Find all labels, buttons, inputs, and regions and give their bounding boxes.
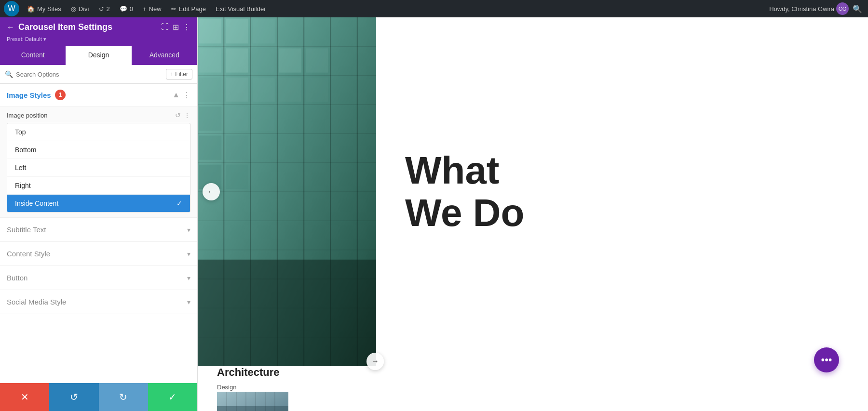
floating-menu-button[interactable]: ••• [814, 347, 839, 372]
sidebar-content: Image Styles 1 ▲ ⋮ Image position ↺ ⋮ [0, 84, 197, 411]
search-icon-sidebar: 🔍 [5, 70, 13, 78]
field-more-icon[interactable]: ⋮ [184, 111, 190, 119]
card-section: Architecture Design [198, 366, 868, 411]
svg-rect-34 [253, 106, 275, 131]
my-sites-menu[interactable]: 🏠 My Sites [23, 0, 65, 17]
search-bar: 🔍 + Filter [0, 65, 197, 84]
top-bar-right: Howdy, Christina Gwira CG 🔍 [769, 2, 864, 15]
svg-rect-32 [199, 106, 221, 131]
building-svg [198, 17, 376, 366]
grid-icon[interactable]: ⊞ [173, 23, 179, 32]
filter-button[interactable]: + Filter [166, 69, 192, 80]
hero-text: What We Do [376, 17, 868, 366]
svg-rect-25 [279, 48, 301, 72]
divi-menu[interactable]: ◎ Divi [67, 0, 93, 17]
social-media-chevron: ▾ [187, 298, 190, 306]
button-section[interactable]: Button ▾ [0, 266, 197, 290]
refresh-icon: ↺ [99, 5, 104, 13]
subtitle-text-label: Subtitle Text [7, 225, 46, 234]
option-inside-content[interactable]: Inside Content ✓ [7, 195, 190, 212]
svg-rect-30 [279, 78, 301, 102]
reset-button[interactable]: ↺ [49, 383, 98, 411]
social-media-label: Social Media Style [7, 298, 66, 306]
content-style-chevron: ▾ [187, 250, 190, 258]
svg-rect-27 [199, 78, 221, 102]
new-menu[interactable]: + New [139, 0, 165, 17]
svg-rect-33 [226, 106, 248, 131]
search-icon[interactable]: 🔍 [851, 2, 864, 15]
save-button[interactable]: ✓ [148, 383, 197, 411]
subtitle-text-chevron: ▾ [187, 226, 190, 234]
carousel-prev-button[interactable]: ← [203, 183, 220, 200]
redo-button[interactable]: ↻ [99, 383, 148, 411]
hero-image: ← [198, 17, 376, 366]
save-icon: ✓ [168, 391, 176, 403]
more-options-icon[interactable]: ⋮ [183, 23, 190, 32]
search-input[interactable] [16, 71, 163, 78]
home-icon: 🏠 [27, 5, 35, 13]
carousel-next-button[interactable]: → [366, 353, 384, 370]
svg-rect-41 [217, 406, 288, 411]
redo-icon: ↻ [119, 391, 127, 403]
svg-rect-36 [226, 135, 248, 159]
svg-rect-31 [306, 78, 328, 102]
social-media-section[interactable]: Social Media Style ▾ [0, 290, 197, 314]
button-label: Button [7, 274, 27, 282]
preset-selector[interactable]: Preset: Default ▾ [7, 35, 190, 46]
divi-icon: ◎ [71, 5, 76, 13]
option-bottom[interactable]: Bottom [7, 141, 190, 159]
architecture-card: Architecture Design [217, 366, 294, 411]
exit-visual-builder-button[interactable]: Exit Visual Builder [212, 0, 270, 17]
cancel-button[interactable]: ✕ [0, 383, 49, 411]
svg-rect-24 [253, 48, 275, 72]
main-layout: ← Carousel Item Settings ⛶ ⊞ ⋮ Preset: D… [0, 17, 868, 411]
updates-menu[interactable]: ↺ 2 [95, 0, 114, 17]
page-area: ← What We Do → Architecture Design [198, 17, 868, 411]
collapse-icon[interactable]: ▲ [172, 91, 180, 100]
option-top[interactable]: Top [7, 123, 190, 141]
floating-dots-icon: ••• [821, 354, 832, 366]
avatar[interactable]: CG [836, 2, 849, 15]
sidebar-title: ← Carousel Item Settings [7, 22, 112, 32]
svg-rect-29 [253, 78, 275, 102]
tab-design[interactable]: Design [66, 46, 131, 65]
svg-rect-39 [198, 260, 376, 366]
building-image [198, 17, 376, 366]
svg-rect-38 [226, 165, 248, 189]
image-styles-badge: 1 [55, 90, 66, 100]
svg-rect-28 [226, 78, 248, 102]
image-position-controls: ↺ ⋮ [175, 111, 190, 119]
cancel-icon: ✕ [21, 391, 29, 403]
fullscreen-icon[interactable]: ⛶ [161, 23, 169, 32]
wordpress-icon[interactable]: W [4, 1, 19, 16]
edit-page-button[interactable]: ✏ Edit Page [167, 0, 210, 17]
svg-rect-21 [253, 19, 275, 43]
comments-menu[interactable]: 💬 0 [116, 0, 137, 17]
subtitle-text-section[interactable]: Subtitle Text ▾ [0, 218, 197, 242]
reset-field-icon[interactable]: ↺ [175, 111, 181, 119]
bottom-toolbar: ✕ ↺ ↻ ✓ [0, 383, 197, 411]
content-style-section[interactable]: Content Style ▾ [0, 242, 197, 266]
image-position-text: Image position [7, 112, 48, 119]
svg-rect-35 [199, 135, 221, 159]
option-right[interactable]: Right [7, 177, 190, 195]
reset-icon: ↺ [70, 391, 78, 403]
position-dropdown: Top Bottom Left Right Inside Content ✓ [7, 123, 190, 212]
content-style-label: Content Style [7, 250, 50, 258]
back-icon[interactable]: ← [7, 23, 14, 32]
tab-content[interactable]: Content [0, 46, 66, 65]
svg-rect-22 [199, 48, 221, 72]
pencil-icon: ✏ [171, 5, 176, 13]
svg-rect-23 [226, 48, 248, 72]
option-left[interactable]: Left [7, 159, 190, 177]
button-chevron: ▾ [187, 274, 190, 282]
image-styles-section-header[interactable]: Image Styles 1 ▲ ⋮ [0, 84, 197, 106]
comment-icon: 💬 [120, 5, 127, 13]
image-position-section: Image position ↺ ⋮ Top Bottom Left Right… [0, 106, 197, 218]
main-content: ← What We Do → Architecture Design [198, 17, 868, 411]
image-styles-label: Image Styles [7, 91, 51, 99]
tab-advanced[interactable]: Advanced [132, 46, 197, 65]
check-icon: ✓ [176, 199, 182, 207]
sidebar-title-row: ← Carousel Item Settings ⛶ ⊞ ⋮ [7, 22, 190, 35]
section-more-icon[interactable]: ⋮ [183, 91, 190, 100]
